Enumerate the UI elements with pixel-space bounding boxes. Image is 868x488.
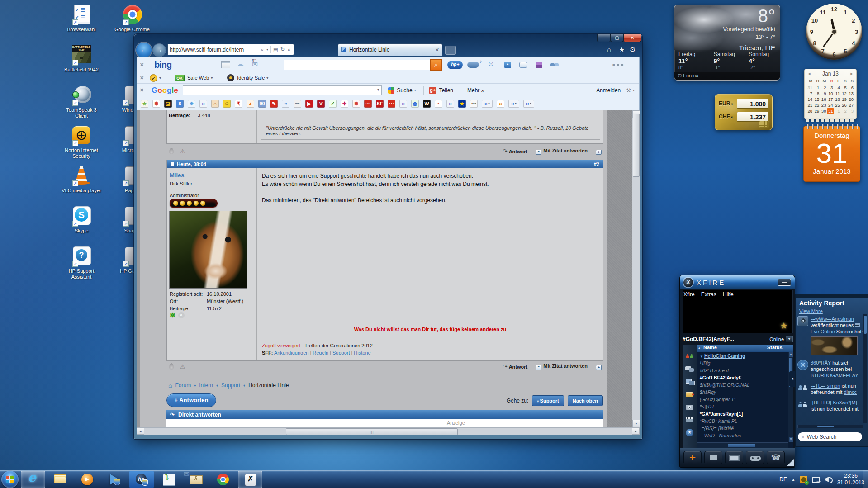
norton-tray-icon[interactable]	[800, 476, 807, 483]
calendar-day[interactable]: 26	[841, 102, 848, 108]
teilen-button[interactable]: Teilen	[439, 87, 453, 94]
suche-button[interactable]: Suche	[397, 87, 413, 94]
search-icon[interactable]: ⌕	[260, 47, 265, 52]
xfire-menu-item[interactable]: Xfire	[683, 291, 695, 298]
calendar-day[interactable]: 8	[813, 90, 820, 96]
panel-collapse-icon[interactable]: ◄	[789, 371, 795, 387]
horizontal-scrollbar[interactable]: ◄ ||| ►	[137, 427, 640, 435]
bookmark-favicon[interactable]: ❖	[188, 100, 195, 108]
calendar-day[interactable]: 21	[806, 102, 813, 108]
desktop-icon[interactable]: ↗ TeamSpeak 3 Client	[60, 85, 103, 119]
favorites-icon[interactable]: ★	[686, 429, 693, 436]
xfire-minimize-button[interactable]: —	[778, 279, 791, 286]
taskbar-app-button[interactable]	[48, 471, 72, 488]
report-flame-icon[interactable]	[169, 363, 174, 370]
xfire-menu-item[interactable]: Extras	[701, 291, 716, 298]
bing-toolbar-icon[interactable]	[519, 62, 527, 68]
offline-status-icon[interactable]: ✕	[178, 312, 185, 318]
activity-link[interactable]: -=TL=- simon	[811, 383, 840, 389]
bookmark-favicon[interactable]: 90	[258, 100, 266, 108]
profile-card-button[interactable]	[725, 451, 743, 464]
calendar-day[interactable]: 2	[841, 108, 848, 114]
calendar-day[interactable]: 1	[834, 108, 841, 114]
bing-toolbar-icon[interactable]	[267, 61, 276, 68]
icq-icon[interactable]: ✽	[170, 311, 175, 319]
hidden-icons-chevron[interactable]: ▲	[792, 478, 795, 482]
anmelden-link[interactable]: Anmelden	[596, 87, 621, 94]
calendar-day[interactable]: 14	[806, 96, 813, 102]
bookmark-favicon[interactable]: ✓	[329, 100, 337, 108]
screenshot-thumbnail[interactable]	[811, 336, 858, 355]
xfire-menu-item[interactable]: Hilfe	[723, 291, 734, 298]
scroll-right-icon[interactable]: ►	[632, 428, 640, 435]
calendar-day[interactable]: 9	[820, 90, 827, 96]
calendar-day[interactable]: 4	[834, 85, 841, 90]
new-tab-button[interactable]	[445, 46, 456, 55]
toolbar-close-icon[interactable]: ✕	[140, 75, 146, 81]
warning-icon[interactable]: ⚠	[180, 363, 185, 370]
status-dropdown-icon[interactable]: ▼	[786, 336, 793, 342]
friends-icon[interactable]	[685, 353, 694, 360]
activity-link[interactable]: dimcc	[844, 389, 857, 395]
clock-gadget[interactable]: 121234567891011	[806, 4, 862, 60]
taskbar-app-button[interactable]	[102, 471, 127, 488]
bing-search-input[interactable]	[284, 60, 430, 70]
calendar-day[interactable]: 2	[820, 85, 827, 90]
sff-link[interactable]: Historie	[354, 350, 370, 355]
multi-quote-icon[interactable]: +	[596, 148, 603, 155]
bookmark-favicon[interactable]: SF	[376, 100, 384, 108]
bookmark-favicon[interactable]: ★	[141, 100, 148, 108]
currency-value[interactable]: 1.237	[737, 112, 768, 122]
favorites-star-icon[interactable]: ★	[619, 46, 625, 54]
bookmark-favicon[interactable]: ▪	[435, 100, 442, 108]
antworten-button[interactable]: + Antworten	[166, 393, 216, 407]
taskbar-app-button[interactable]	[157, 471, 181, 488]
friend-list-item[interactable]: $hi$h@THE ORIGINAL	[697, 382, 793, 389]
xfire-status[interactable]: Online	[769, 336, 784, 342]
bing-toolbar-icon[interactable]	[504, 62, 511, 68]
calendar-day[interactable]: 22	[813, 102, 820, 108]
zugriff-verweigert-link[interactable]: Zugriff verweigert	[262, 343, 300, 348]
identity-safe-icon[interactable]	[227, 74, 234, 81]
activity-link[interactable]: 360°RÂY	[811, 360, 831, 365]
bookmark-favicon[interactable]: ≈	[282, 100, 289, 108]
home-icon[interactable]: ⌂	[607, 46, 611, 53]
bing-toolbar-icon[interactable]	[252, 61, 261, 68]
bookmark-favicon[interactable]: ★	[458, 100, 466, 108]
nach-oben-button[interactable]: Nach oben	[568, 395, 603, 406]
vertical-scrollbar-thumb[interactable]	[633, 114, 640, 177]
games-button[interactable]	[746, 451, 764, 464]
friend-list-item[interactable]: *<||:DT	[697, 404, 793, 411]
chats-icon[interactable]	[685, 365, 694, 373]
activity-vertical-scrollbar[interactable]	[863, 314, 867, 423]
sff-link[interactable]: Ankündigungen	[274, 350, 308, 355]
maximize-button[interactable]: ▢	[611, 34, 623, 42]
bing-toolbar-icon[interactable]	[536, 62, 542, 68]
back-button[interactable]: ←	[136, 43, 152, 58]
bookmark-favicon[interactable]: TXT	[364, 100, 372, 108]
toolbar-close-icon[interactable]: ✕	[140, 62, 146, 68]
friend-list-item[interactable]: ! iBig	[697, 360, 793, 368]
bing-menu-dots-icon[interactable]: ●●●	[612, 62, 625, 68]
safe-web-menu[interactable]: Safe Web	[187, 75, 209, 81]
currency-code-select[interactable]: CHF	[719, 114, 737, 120]
activity-horizontal-scrollbar[interactable]	[797, 425, 863, 428]
date-gadget[interactable]: Donnerstag 31 Januar 2013	[803, 126, 860, 182]
bookmark-favicon[interactable]: e	[446, 100, 454, 108]
warning-icon[interactable]: ⚠	[180, 148, 185, 155]
bookmark-favicon[interactable]: 8	[176, 100, 184, 108]
antwort-button[interactable]: ↷Antwort	[503, 363, 527, 370]
bookmark-favicon[interactable]: e	[399, 100, 407, 108]
web-search-input[interactable]: ⌕ Web Search	[798, 432, 862, 441]
calendar-next-icon[interactable]: ►	[849, 71, 854, 76]
servers-icon[interactable]	[685, 378, 694, 385]
calendar-day[interactable]: 10	[827, 90, 834, 96]
calendar-day[interactable]: 11	[834, 90, 841, 96]
desktop-icon[interactable]: ↗ Browserwahl	[60, 5, 103, 33]
sff-link[interactable]: Support	[332, 350, 350, 355]
calendar-day[interactable]: 6	[848, 85, 854, 90]
bookmark-favicon[interactable]: V	[317, 100, 325, 108]
calendar-day[interactable]: 17	[827, 96, 834, 102]
bing-search-button[interactable]: ⌕	[430, 59, 442, 71]
xfire-vertical-scrollbar[interactable]: ▲▼	[788, 352, 793, 442]
